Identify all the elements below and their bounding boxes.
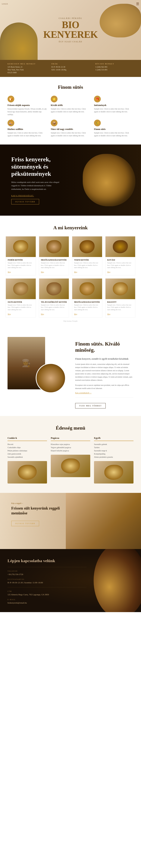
menu-grid: Cookie-k BiscottiCsokoládés chipsPekán p… [7,436,134,484]
hero-bread-left [0,23,38,60]
bread-card-4: OLÍVA KENYÉR Sample text. Click to selec… [6,278,36,317]
bread-card-title-4: OLÍVA KENYÉR [8,301,34,303]
menu-img-bar-2 [94,461,134,484]
contact-value-phone: +36 (70) 556-3726 [7,573,87,576]
feature-text-5: Sample text. Click to select the text bo… [94,131,134,137]
menu-item-1-0: Klasszikus vajas pogácsa [51,443,90,445]
bread-card-7: BAGUETT Sample text. Click to select the… [105,278,136,317]
bread-circle-4 [13,282,28,296]
menu-bread-visual-1 [61,458,80,473]
logo-area: logo [2,2,8,5]
bread-card-body-7: BAGUETT Sample text. Click to select the… [105,299,135,317]
feature-icon-5: 🌾 [94,120,101,126]
bread-card-text-5: Sample text. Click to select the text bo… [41,304,67,311]
bread-img-4 [6,279,36,299]
info-col-hours: ÓRÁK H–P: 09:30–21:30 SZO: 10:00–18:00g [51,63,90,74]
menu-item-2-4: Almás páráinkóz granola [94,456,134,458]
promo-banner: Friss kenyerek, sütemények és péksütemén… [0,145,141,216]
bread-card-0: FEHÉR KENYÉR Sample text. Click to selec… [6,236,36,275]
promo-text: Mióta vendégeink ezért elkél azok nem az… [11,181,60,191]
contact-title: Lépjen kapcsolatba velünk [7,558,87,563]
bread-img-3 [105,237,135,257]
bread-card-3: KOVÁSZ Sample text. Click to select the … [105,236,136,275]
bread-card-text-4: Sample text. Click to select the text bo… [8,304,34,311]
menu-bread-visual-0 [18,465,37,480]
feature-item-3: 🚚 Házhox szállítás Sample text. Click to… [7,120,47,137]
bread-card-body-4: OLÍVA KENYÉR Sample text. Click to selec… [6,299,36,317]
quality-link[interactable]: Kap a termékekről → [75,392,134,394]
bread-card-link-1[interactable]: Meg [41,271,44,273]
feature-text-2: Sample text. Click to select the text bo… [94,107,134,113]
menu-section: Édesség menü Cookie-k BiscottiCsokoládés… [0,416,141,493]
hero-title: BIO KENYEREK [43,20,98,39]
bread-card-title-0: FEHÉR KENYÉR [8,259,34,261]
bread-img-2 [72,237,102,257]
contact-value-email: biokenyerek@email.hu [7,601,87,604]
menu-bread-visual-2 [104,465,123,480]
info-phone-label: HÍVJON MINKET [95,63,134,65]
feature-text-1: Sample text. Click to select the text bo… [51,107,90,113]
logo-text: logo [2,3,8,5]
bread-card-body-5: TELJES KIŐRLÉSŰ KENYÉR Sample text. Clic… [39,299,69,317]
bread-card-title-6: MEZŐGAZDASÁGI KENYÉR [74,301,100,303]
hero-content: CSALÁDI PÉKSÉG BIO KENYEREK ÉGY IGAZI CS… [40,13,101,46]
info-address-label: KERESSEN MEG MINKET [7,63,46,65]
reggeli-button[interactable]: OLVASS TOVÁBB [11,521,39,526]
bread-card-title-2: VEKNI KENYÉR [74,259,100,261]
features-section: Finom sütés 🍞 Frissen sütjük naponta Ken… [0,77,141,143]
hamburger-menu[interactable]: ☰ [136,2,139,6]
reggeli-link[interactable]: Kép a reggeli→ [11,502,64,504]
info-col-phone: HÍVJON MINKET 1 (246) 942-891 1 (246) 53… [95,63,134,74]
menu-title: Édesség menü [7,425,134,431]
menu-item-0-4: Sasonális ajándékok [7,456,47,458]
quality-section: 👨‍🍳 Finom sütés. Kiváló minőség. Finom k… [0,330,141,416]
menu-item-2-1: Tartlets [94,446,134,448]
quality-button[interactable]: TUDJ MEG TÖBBET [75,403,105,408]
hero-title-line1: BIO [62,20,79,30]
feature-icon-2: 🎁 [94,96,101,102]
info-phone-line2: 1 (246) 533-891 [95,68,134,71]
feature-title-2: Intézmények [94,104,107,107]
bread-card-text-7: Sample text. Click to select the text bo… [107,304,134,311]
bread-card-link-6[interactable]: Meg [74,313,77,315]
menu-item-2-3: Kompótpuding [94,453,134,455]
feature-item-0: 🍞 Frissen sütjük naponta Kenyereinket na… [7,96,47,116]
menu-item-2-0: Sasonális galetek [94,443,134,445]
quality-content: Finom sütés. Kiváló minőség. Finom kenye… [75,337,134,409]
feature-item-2: 🎁 Intézmények Sample text. Click to sele… [94,96,134,116]
contact-value-address: 125 Almería Hegy Curta, 702 Lagrange, GA… [7,593,87,596]
info-address-line2: New York, New York [7,68,46,71]
bread-card-text-0: Sample text. Click to select the text bo… [8,262,34,269]
breads-grid: FEHÉR KENYÉR Sample text. Click to selec… [6,236,135,317]
bread-img-0 [6,237,36,257]
hero-section: logo ☰ CSALÁDI PÉKSÉG BIO KENYEREK ÉGY I… [0,0,141,60]
contact-section: Lépjen kapcsolatba velünk Telefon +36 (7… [0,549,141,612]
bread-card-link-3[interactable]: Meg [107,271,111,273]
feature-icon-1: ⭐ [51,96,57,102]
bread-circle-6 [79,282,95,296]
menu-img-bar-0 [7,461,47,484]
feature-title-1: Kiváló árlék [51,104,63,107]
bread-card-body-6: MEZŐGAZDASÁGI KENYÉR Sample text. Click … [72,299,102,317]
breads-caption: Kép forrása: Freepik [6,320,135,322]
bread-img-6 [72,279,102,299]
bread-card-link-4[interactable]: Meg [8,313,11,315]
features-title: Finom sütés [7,85,134,90]
breads-section: A mi kenyereink FEHÉR KENYÉR Sample text… [0,218,141,330]
feature-icon-4: 📦 [51,120,57,126]
bread-card-6: MEZŐGAZDASÁGI KENYÉR Sample text. Click … [72,278,102,317]
bread-img-5 [39,279,69,299]
feature-text-3: Sample text. Click to select the text bo… [7,131,47,137]
bread-card-link-5[interactable]: Meg [41,313,44,315]
menu-col-title-2: Egyéb [94,436,134,441]
promo-link[interactable]: Kap a frissességet. [11,195,60,197]
bread-card-title-1: MEZŐGAZDASÁGI KENYÉR [41,259,67,261]
bread-card-link-7[interactable]: Meg [107,313,111,315]
menu-item-0-1: Csokoládés chips [7,446,47,448]
quality-images: 👨‍🍳 [7,337,68,397]
info-phone-line1: 1 (246) 942-891 [95,65,134,68]
promo-button[interactable]: OLVASS TOVÁBB [11,199,39,205]
bread-card-link-0[interactable]: Meg [8,271,11,273]
bread-card-link-2[interactable]: Meg [74,271,77,273]
hero-tagline: ÉGY IGAZI CSALÁD [43,41,98,43]
